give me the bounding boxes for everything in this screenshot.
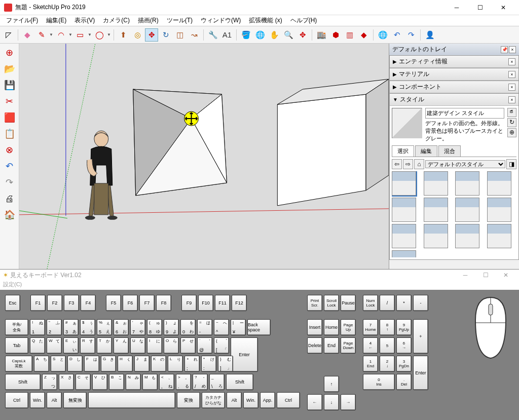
style-back-icon[interactable]: ⇦	[392, 159, 402, 169]
key-Enter[interactable]: Enter	[231, 337, 258, 372]
key- [interactable]	[88, 392, 175, 408]
model-icon[interactable]: 🏠	[3, 208, 17, 222]
key-Print[interactable]: PrintScr.	[307, 295, 322, 311]
style-thumb-1[interactable]	[424, 171, 448, 196]
key-App.[interactable]: App.	[260, 392, 275, 408]
key-Ctrl[interactable]: Ctrl	[277, 392, 300, 408]
key-N[interactable]: Nみ	[126, 374, 141, 390]
style-update-icon[interactable]: ↻	[507, 118, 516, 127]
circle-icon[interactable]: ◯	[93, 28, 106, 42]
move-icon[interactable]: ✥	[145, 28, 158, 42]
key-6[interactable]: 6→	[396, 337, 412, 354]
kbd-menu[interactable]: 設定(C)	[0, 281, 519, 290]
style-details-icon[interactable]: ◨	[506, 159, 516, 169]
pencil-icon[interactable]: ✎	[35, 28, 48, 42]
offset-icon[interactable]: ◎	[131, 28, 144, 42]
kbd-max-button[interactable]: ☐	[475, 272, 496, 279]
key-2[interactable]: 2↓	[380, 356, 395, 372]
key-+[interactable]: +;れ	[184, 356, 200, 372]
key-{[interactable]: {[゜「	[214, 337, 229, 354]
eraser-icon[interactable]: ◆	[21, 28, 34, 42]
key-#[interactable]: #3ぁあ	[63, 319, 79, 335]
key-5[interactable]: 5	[380, 337, 395, 354]
key-A[interactable]: Aち	[34, 356, 49, 372]
select-icon[interactable]: ◸	[2, 28, 15, 42]
key-Ctrl[interactable]: Ctrl	[5, 392, 28, 408]
arc-icon[interactable]: ◠	[54, 28, 67, 42]
menu-表示[interactable]: 表示(V)	[70, 15, 99, 26]
kbd-close-button[interactable]: ✕	[496, 272, 516, 279]
key-`[interactable]: `@゛	[197, 337, 212, 354]
style-thumb-0[interactable]	[392, 171, 416, 196]
key-G[interactable]: Gき	[101, 356, 116, 372]
key-V[interactable]: Vひ	[92, 374, 107, 390]
key-Shift[interactable]: Shift	[5, 374, 41, 390]
key-Num[interactable]: NumLock	[363, 295, 378, 311]
key-Win.[interactable]: Win.	[30, 392, 45, 408]
menu-編集[interactable]: 編集(E)	[42, 15, 70, 26]
key-'[interactable]: '7ゃや	[130, 319, 145, 335]
pushpull-icon[interactable]: ⬆	[117, 28, 130, 42]
tray-panel-0[interactable]: ▶エンティティ情報×	[390, 56, 518, 68]
circle-icon-dropdown[interactable]: ▼	[107, 32, 111, 37]
key-7[interactable]: 7Home	[363, 319, 378, 335]
key--[interactable]: -	[413, 295, 428, 311]
save-icon[interactable]: 💾	[3, 78, 17, 92]
key-F5[interactable]: F5	[106, 295, 121, 311]
geo-icon[interactable]: 🌐	[376, 28, 389, 42]
key-$[interactable]: $4ぅう	[80, 319, 95, 335]
tray-panel-1[interactable]: ▶マテリアル×	[390, 68, 518, 81]
component-icon[interactable]: ⊕	[3, 46, 17, 60]
ruby-icon[interactable]: ◆	[357, 28, 370, 42]
user-icon[interactable]: 👤	[423, 28, 436, 42]
followme-icon[interactable]: ↝	[188, 28, 201, 42]
redo-icon[interactable]: ↷	[404, 28, 418, 42]
key-*[interactable]: *	[396, 295, 412, 311]
tray-panel-3[interactable]: ▼スタイル×	[390, 94, 518, 106]
key-F4[interactable]: F4	[81, 295, 96, 311]
tray-close-icon[interactable]: ×	[509, 46, 516, 53]
delete-icon[interactable]: ⊗	[3, 143, 17, 157]
style-thumb-9[interactable]	[424, 224, 448, 248]
tape-icon[interactable]: 🔧	[206, 28, 219, 42]
key-/[interactable]: /	[380, 295, 395, 311]
style-home-icon[interactable]: ⌂	[414, 159, 424, 169]
style-tab-選択[interactable]: 選択	[392, 145, 414, 157]
key-Win.[interactable]: Win.	[243, 392, 258, 408]
copy-icon[interactable]: 🟥	[3, 110, 17, 125]
text-icon[interactable]: A1	[220, 28, 234, 42]
key-F9[interactable]: F9	[181, 295, 197, 311]
close-button[interactable]: ✕	[492, 0, 515, 15]
menu-ウィンドウ[interactable]: ウィンドウ(W)	[197, 15, 245, 26]
open-icon[interactable]: 📂	[3, 62, 17, 76]
key-I[interactable]: Iに	[147, 337, 162, 354]
key-<[interactable]: <,、ね	[159, 374, 174, 390]
key-9[interactable]: 9PgUp	[396, 319, 412, 335]
key-"[interactable]: "2ふ	[47, 319, 62, 335]
key-M[interactable]: Mも	[142, 374, 158, 390]
key-F8[interactable]: F8	[156, 295, 171, 311]
key-無変換[interactable]: 無変換	[63, 392, 87, 408]
key-CapsLk[interactable]: CapsLk英数	[5, 356, 32, 372]
style-name-input[interactable]: 建築デザイン スタイル	[425, 108, 504, 119]
pan-icon[interactable]: ✋	[268, 28, 281, 42]
menu-ファイル[interactable]: ファイル(F)	[2, 15, 42, 26]
key-3[interactable]: 3PgDn	[396, 356, 412, 372]
key-1[interactable]: 1End	[363, 356, 378, 372]
key-End[interactable]: End	[324, 337, 339, 354]
style-thumb-8[interactable]	[392, 224, 416, 248]
scale-icon[interactable]: ◫	[173, 28, 187, 42]
key-4[interactable]: 4←	[363, 337, 378, 354]
key-X[interactable]: Xさ	[59, 374, 74, 390]
panel-close-icon[interactable]: ×	[508, 58, 515, 65]
key-Q[interactable]: Qた	[30, 337, 45, 354]
key-![interactable]: !1ぬ	[30, 319, 45, 335]
style-thumb-7[interactable]	[487, 198, 511, 222]
key-Home[interactable]: Home	[324, 319, 339, 335]
key-半角/[interactable]: 半角/全角	[5, 319, 28, 335]
panel-close-icon[interactable]: ×	[508, 84, 515, 91]
key-Esc[interactable]: Esc	[5, 295, 20, 311]
layout-icon[interactable]: ▥	[343, 28, 356, 42]
key-F3[interactable]: F3	[64, 295, 79, 311]
key-F[interactable]: Fは	[84, 356, 99, 372]
